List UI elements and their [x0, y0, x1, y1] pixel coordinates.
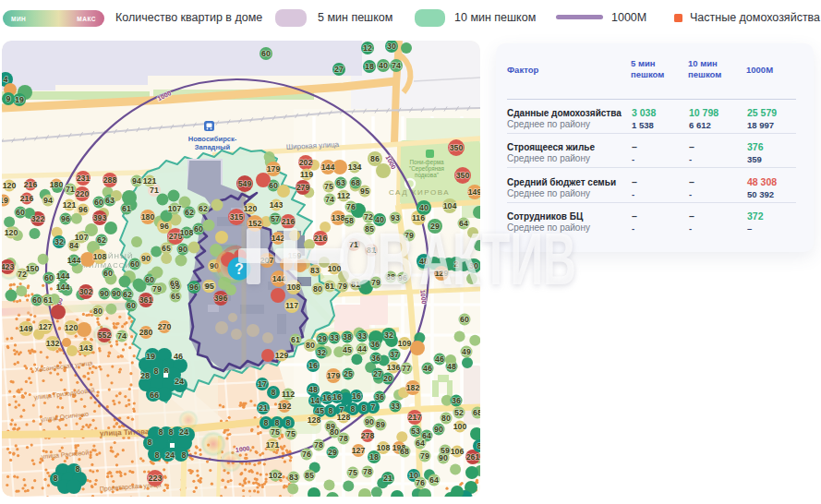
svg-text:150: 150 — [26, 264, 40, 273]
svg-text:552: 552 — [98, 330, 112, 340]
svg-text:180: 180 — [141, 212, 155, 222]
svg-text:29: 29 — [318, 334, 327, 343]
svg-text:83: 83 — [310, 266, 320, 275]
svg-text:96: 96 — [61, 214, 70, 223]
svg-text:108: 108 — [377, 443, 391, 452]
svg-text:180: 180 — [50, 180, 64, 189]
svg-text:76: 76 — [302, 450, 311, 459]
svg-text:21: 21 — [259, 403, 268, 413]
svg-text:322: 322 — [31, 214, 45, 223]
svg-text:288: 288 — [103, 175, 117, 185]
svg-text:261: 261 — [466, 452, 480, 462]
svg-text:120: 120 — [244, 204, 258, 213]
svg-text:79: 79 — [152, 284, 162, 294]
svg-text:128: 128 — [308, 415, 321, 425]
svg-text:94: 94 — [43, 196, 53, 205]
svg-text:152: 152 — [248, 219, 262, 228]
svg-text:396: 396 — [214, 294, 228, 303]
svg-text:САД КИРОВА: САД КИРОВА — [389, 188, 450, 197]
svg-text:80: 80 — [306, 341, 315, 350]
svg-text:96: 96 — [160, 222, 169, 231]
svg-text:29: 29 — [430, 222, 440, 231]
svg-text:159: 159 — [288, 251, 302, 260]
svg-text:132: 132 — [46, 339, 60, 348]
svg-text:8: 8 — [154, 450, 159, 460]
svg-text:60: 60 — [16, 208, 25, 217]
svg-text:21: 21 — [383, 474, 392, 483]
svg-text:19: 19 — [146, 352, 155, 361]
svg-text:350: 350 — [456, 171, 470, 180]
svg-text:16: 16 — [322, 393, 332, 402]
svg-text:107: 107 — [75, 233, 89, 242]
svg-text:102: 102 — [269, 471, 283, 480]
svg-text:121: 121 — [63, 200, 77, 210]
svg-text:549: 549 — [238, 179, 252, 188]
svg-text:202: 202 — [299, 158, 313, 167]
svg-text:60: 60 — [130, 259, 139, 269]
svg-text:192: 192 — [278, 402, 292, 411]
svg-text:40: 40 — [419, 203, 429, 212]
svg-text:62: 62 — [199, 204, 208, 213]
svg-text:104: 104 — [443, 201, 457, 210]
svg-text:61: 61 — [43, 295, 53, 305]
svg-text:38: 38 — [343, 332, 352, 342]
svg-text:149: 149 — [468, 187, 480, 197]
svg-text:66: 66 — [150, 390, 159, 400]
svg-text:7: 7 — [371, 402, 376, 412]
svg-text:81: 81 — [325, 282, 334, 291]
svg-text:90: 90 — [439, 453, 448, 462]
svg-text:25: 25 — [344, 369, 353, 378]
svg-text:61: 61 — [122, 204, 131, 213]
svg-text:58: 58 — [344, 216, 354, 225]
svg-text:171: 171 — [266, 440, 280, 450]
svg-text:8: 8 — [168, 427, 173, 437]
svg-text:65: 65 — [162, 244, 171, 253]
svg-text:134: 134 — [348, 162, 362, 172]
svg-text:8: 8 — [477, 441, 480, 450]
svg-text:36: 36 — [452, 396, 461, 405]
svg-text:24: 24 — [165, 450, 175, 460]
svg-text:90: 90 — [100, 289, 109, 298]
svg-text:18: 18 — [369, 452, 379, 462]
svg-text:280: 280 — [139, 328, 153, 337]
svg-text:Новосибирск-: Новосибирск- — [188, 135, 237, 143]
svg-text:179: 179 — [327, 371, 341, 380]
svg-text:60: 60 — [194, 224, 203, 234]
svg-text:77: 77 — [402, 364, 411, 373]
svg-text:94: 94 — [132, 176, 141, 186]
svg-text:350: 350 — [450, 143, 464, 152]
svg-text:144: 144 — [56, 282, 70, 292]
svg-text:68: 68 — [351, 178, 360, 187]
svg-text:57: 57 — [271, 214, 280, 223]
svg-text:60: 60 — [269, 181, 278, 190]
svg-text:63: 63 — [336, 178, 345, 187]
svg-text:217: 217 — [408, 413, 422, 422]
svg-text:85: 85 — [305, 471, 314, 480]
svg-text:45: 45 — [343, 345, 352, 354]
svg-text:29: 29 — [328, 448, 337, 457]
svg-text:64: 64 — [429, 475, 439, 485]
svg-text:64: 64 — [416, 438, 425, 448]
svg-text:76: 76 — [346, 202, 356, 211]
svg-text:71: 71 — [349, 240, 358, 249]
svg-text:60: 60 — [127, 301, 136, 310]
svg-text:подкова": подкова" — [415, 172, 439, 179]
svg-text:8: 8 — [153, 366, 158, 376]
svg-text:62: 62 — [185, 208, 194, 217]
svg-text:278: 278 — [361, 431, 375, 440]
svg-text:231: 231 — [77, 174, 91, 183]
svg-text:144: 144 — [67, 256, 81, 265]
svg-text:95: 95 — [360, 186, 369, 196]
svg-text:128: 128 — [337, 413, 351, 422]
svg-text:78: 78 — [339, 434, 348, 443]
svg-text:182: 182 — [406, 383, 420, 392]
svg-text:60: 60 — [103, 269, 113, 278]
svg-text:28: 28 — [140, 371, 150, 380]
svg-text:4: 4 — [4, 75, 8, 84]
svg-text:423: 423 — [2, 262, 14, 271]
svg-text:8: 8 — [147, 438, 151, 447]
svg-text:72: 72 — [364, 212, 373, 222]
svg-text:48: 48 — [419, 257, 429, 266]
svg-text:8: 8 — [286, 418, 291, 427]
svg-text:100: 100 — [328, 264, 342, 273]
